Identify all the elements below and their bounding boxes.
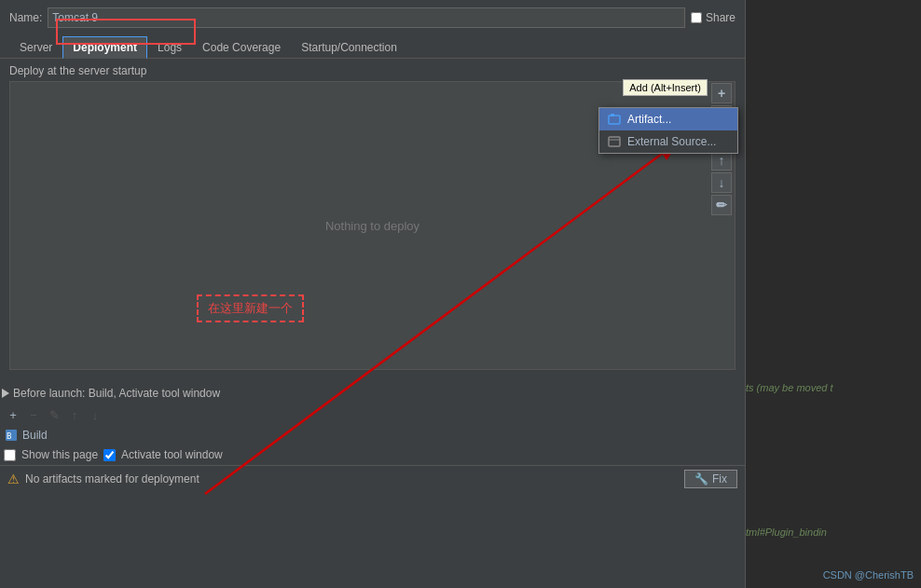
show-page-checkbox[interactable] [4, 449, 16, 461]
show-page-row: Show this page Activate tool window [0, 444, 745, 465]
annotation-text: 在这里新建一个 [208, 301, 293, 315]
tab-server[interactable]: Server [9, 36, 62, 59]
before-launch-remove-button[interactable]: − [24, 405, 43, 424]
dialog-area: Name: Share Server Deployment Logs Code … [0, 0, 746, 588]
add-deploy-button[interactable]: + [711, 83, 732, 103]
tabs-bar: Server Deployment Logs Code Coverage Sta… [0, 35, 745, 59]
main-container: Name: Share Server Deployment Logs Code … [0, 0, 921, 588]
activate-window-checkbox[interactable] [103, 449, 116, 461]
add-tooltip: Add (Alt+Insert) [623, 79, 708, 96]
fix-icon: 🔧 [694, 472, 708, 485]
build-icon: B [4, 428, 19, 443]
name-input[interactable] [48, 7, 685, 28]
annotation-box: 在这里新建一个 [197, 294, 304, 322]
right-panel-code2: tml#Plugin_bindin [746, 526, 827, 538]
before-launch-header: Before launch: Build, Activate tool wind… [0, 383, 745, 403]
artifact-icon [607, 112, 622, 127]
deployment-content: Deploy at the server startup Nothing to … [0, 59, 745, 376]
add-dropdown-menu: Artifact... External Source... [598, 107, 738, 154]
artifact-label: Artifact... [627, 113, 671, 126]
nothing-to-deploy-text: Nothing to deploy [325, 219, 419, 233]
warning-text: No artifacts marked for deployment [25, 472, 199, 485]
svg-text:B: B [7, 431, 11, 441]
tab-code-coverage[interactable]: Code Coverage [192, 36, 291, 59]
share-label: Share [706, 11, 735, 24]
build-label: Build [22, 429, 48, 442]
activate-window-label: Activate tool window [121, 448, 223, 461]
fix-button[interactable]: 🔧 Fix [684, 470, 737, 488]
share-row: Share [691, 11, 735, 24]
deploy-wrapper: Nothing to deploy 在这里新建一个 Add (Alt+Inser… [9, 81, 735, 370]
build-row: B Build [0, 426, 745, 444]
svg-rect-0 [609, 116, 620, 124]
pencil-button[interactable]: ✏ [711, 195, 732, 215]
before-launch-down-button[interactable]: ↓ [86, 405, 104, 424]
before-launch-tools: + − ✎ ↑ ↓ [0, 403, 745, 426]
deploy-header: Deploy at the server startup [9, 64, 735, 77]
name-label: Name: [9, 11, 42, 24]
warning-icon: ⚠ [7, 472, 20, 486]
external-source-icon [607, 134, 622, 149]
before-launch-add-button[interactable]: + [4, 405, 22, 424]
side-buttons: Add (Alt+Insert) + [709, 81, 735, 217]
svg-rect-1 [611, 114, 614, 116]
right-panel-code1: ts (may be moved t [746, 382, 833, 393]
fix-label: Fix [712, 472, 727, 485]
dropdown-item-artifact[interactable]: Artifact... [599, 108, 737, 130]
tab-startup-connection[interactable]: Startup/Connection [291, 36, 407, 59]
svg-rect-2 [609, 137, 620, 146]
deploy-label: Deploy at the server startup [9, 64, 146, 77]
move-down-button[interactable]: ↓ [711, 172, 732, 193]
share-checkbox[interactable] [691, 12, 702, 23]
before-launch-section: Before launch: Build, Activate tool wind… [0, 383, 745, 465]
before-launch-up-button[interactable]: ↑ [65, 405, 84, 424]
tab-deployment[interactable]: Deployment [62, 36, 147, 59]
dropdown-item-external[interactable]: External Source... [599, 130, 737, 153]
add-button-container: Add (Alt+Insert) + [711, 83, 734, 103]
right-panel-bottom: CSDN @CherishTB [823, 569, 914, 581]
external-source-label: External Source... [627, 135, 716, 148]
before-launch-label: Before launch: Build, Activate tool wind… [13, 387, 220, 400]
before-launch-edit-button[interactable]: ✎ [45, 405, 63, 424]
right-panel: ts (may be moved t tml#Plugin_bindin CSD… [746, 0, 921, 588]
show-page-label: Show this page [21, 448, 98, 461]
warning-left: ⚠ No artifacts marked for deployment [7, 472, 199, 486]
tab-logs[interactable]: Logs [147, 36, 192, 59]
collapse-triangle-icon [2, 389, 9, 398]
warning-row: ⚠ No artifacts marked for deployment 🔧 F… [0, 465, 745, 492]
name-row: Name: Share [0, 0, 745, 35]
